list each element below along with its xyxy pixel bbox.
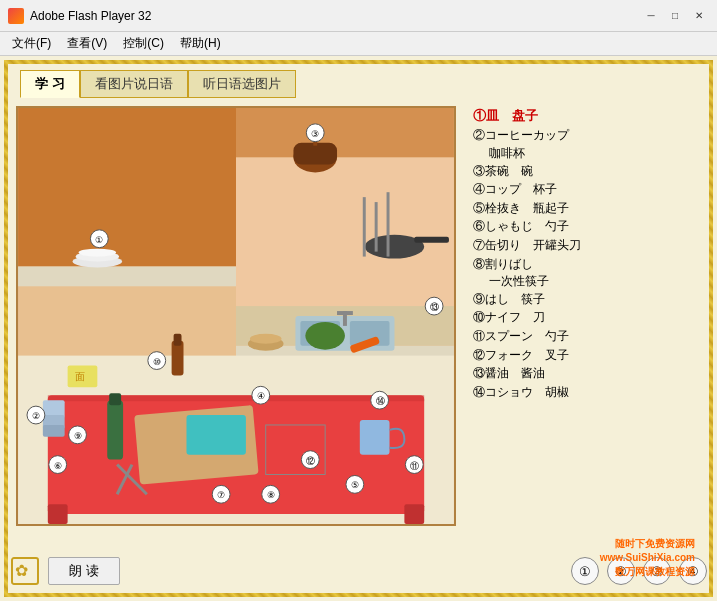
- watermark-line3: 数万网课教程资源: [600, 565, 695, 579]
- vocab-item-4: ④コップ 杯子: [473, 180, 703, 199]
- tabs-area: 学 习 看图片说日语 听日语选图片: [20, 70, 296, 98]
- vocab-text-2: ②コーヒーカップ: [473, 126, 569, 145]
- window-controls: ─ □ ✕: [641, 6, 709, 26]
- svg-rect-45: [109, 393, 121, 405]
- menu-bar: 文件(F) 查看(V) 控制(C) 帮助(H): [0, 32, 717, 56]
- svg-rect-32: [414, 237, 449, 243]
- bottom-bar: ✿ 朗 读 ① ② ③ ④ 随时下免费资源网 www.SuiShiXia.com…: [10, 551, 707, 591]
- vocab-item-12: ⑫フォーク 叉子: [473, 346, 703, 365]
- svg-rect-40: [186, 415, 245, 455]
- vocab-num-1: ①皿 盘子: [473, 106, 538, 126]
- svg-text:③: ③: [311, 129, 319, 139]
- vocab-list: ①皿 盘子 ②コーヒーカップ 咖啡杯 ③茶碗 碗 ④コップ 杯子 ⑤栓抜き 瓶起…: [473, 106, 703, 526]
- svg-text:④: ④: [257, 391, 265, 401]
- svg-rect-1: [18, 108, 236, 266]
- svg-text:⑧: ⑧: [267, 490, 275, 500]
- vocab-sub-8: 一次性筷子: [473, 273, 703, 290]
- svg-text:⑫: ⑫: [306, 456, 315, 466]
- svg-point-20: [79, 249, 117, 257]
- vocab-item-2: ②コーヒーカップ: [473, 126, 703, 145]
- svg-text:⑥: ⑥: [54, 461, 62, 471]
- svg-rect-37: [387, 192, 390, 256]
- vocab-item-5: ⑤栓抜き 瓶起子: [473, 199, 703, 218]
- app-icon: [8, 8, 24, 24]
- svg-rect-16: [48, 395, 424, 401]
- vocab-text-10: ⑩ナイフ 刀: [473, 308, 545, 327]
- vocab-item-1: ①皿 盘子: [473, 106, 703, 126]
- svg-rect-3: [18, 266, 236, 286]
- minimize-button[interactable]: ─: [641, 6, 661, 26]
- svg-point-34: [250, 334, 282, 344]
- num-btn-1[interactable]: ①: [571, 557, 599, 585]
- vocab-text-3: ③茶碗 碗: [473, 162, 533, 181]
- svg-rect-11: [337, 311, 353, 315]
- svg-point-38: [305, 322, 345, 350]
- svg-text:⑦: ⑦: [217, 490, 225, 500]
- scene-area: 面: [16, 106, 456, 526]
- svg-rect-26: [172, 341, 184, 376]
- vocab-item-3: ③茶碗 碗: [473, 162, 703, 181]
- svg-rect-46: [360, 420, 390, 455]
- svg-rect-29: [293, 143, 337, 165]
- svg-text:①: ①: [95, 235, 103, 245]
- vocab-text-13: ⑬醤油 酱油: [473, 364, 545, 383]
- vocab-item-9: ⑨はし 筷子: [473, 290, 703, 309]
- vocab-text-7: ⑦缶切り 开罐头刀: [473, 236, 581, 255]
- svg-text:⑤: ⑤: [351, 480, 359, 490]
- svg-text:⑬: ⑬: [430, 302, 439, 312]
- svg-text:⑨: ⑨: [74, 431, 82, 441]
- svg-text:⑭: ⑭: [376, 396, 385, 406]
- vocab-text-6: ⑥しゃもじ 勺子: [473, 217, 569, 236]
- window-title: Adobe Flash Player 32: [30, 9, 641, 23]
- vocab-item-8: ⑧割りばし: [473, 255, 703, 274]
- svg-rect-23: [43, 425, 65, 437]
- tab-picture-speak[interactable]: 看图片说日语: [80, 70, 188, 98]
- menu-control[interactable]: 控制(C): [115, 33, 172, 54]
- vocab-text-14: ⑭コショウ 胡椒: [473, 383, 569, 402]
- maximize-button[interactable]: □: [665, 6, 685, 26]
- menu-help[interactable]: 帮助(H): [172, 33, 229, 54]
- vocab-sub-2: 咖啡杯: [473, 145, 703, 162]
- svg-text:面: 面: [75, 371, 85, 382]
- svg-text:⑪: ⑪: [410, 461, 419, 471]
- vocab-text-12: ⑫フォーク 叉子: [473, 346, 569, 365]
- watermark-line1: 随时下免费资源网: [600, 537, 695, 551]
- svg-rect-14: [48, 504, 68, 524]
- menu-view[interactable]: 查看(V): [59, 33, 115, 54]
- menu-file[interactable]: 文件(F): [4, 33, 59, 54]
- content-area: 学 习 看图片说日语 听日语选图片: [0, 56, 717, 601]
- tab-listen-select[interactable]: 听日语选图片: [188, 70, 296, 98]
- vocab-item-7: ⑦缶切り 开罐头刀: [473, 236, 703, 255]
- vocab-text-8: ⑧割りばし: [473, 255, 533, 274]
- svg-text:②: ②: [32, 411, 40, 421]
- vocab-item-6: ⑥しゃもじ 勺子: [473, 217, 703, 236]
- read-button[interactable]: 朗 读: [48, 557, 120, 585]
- vocab-item-10: ⑩ナイフ 刀: [473, 308, 703, 327]
- tab-study[interactable]: 学 习: [20, 70, 80, 98]
- svg-text:⑩: ⑩: [153, 357, 161, 367]
- watermark-line2: www.SuiShiXia.com: [600, 551, 695, 565]
- svg-rect-44: [107, 400, 123, 459]
- vocab-text-5: ⑤栓抜き 瓶起子: [473, 199, 569, 218]
- svg-rect-35: [363, 197, 366, 256]
- watermark: 随时下免费资源网 www.SuiShiXia.com 数万网课教程资源: [600, 537, 695, 579]
- vocab-text-4: ④コップ 杯子: [473, 180, 557, 199]
- svg-rect-36: [375, 202, 378, 252]
- vocab-item-11: ⑪スプーン 勺子: [473, 327, 703, 346]
- svg-rect-2: [236, 108, 454, 158]
- svg-rect-15: [404, 504, 424, 524]
- svg-text:✿: ✿: [15, 562, 28, 579]
- vocab-item-14: ⑭コショウ 胡椒: [473, 383, 703, 402]
- vocab-text-11: ⑪スプーン 勺子: [473, 327, 569, 346]
- svg-rect-27: [174, 334, 182, 346]
- title-bar: Adobe Flash Player 32 ─ □ ✕: [0, 0, 717, 32]
- deco-icon-left: ✿: [10, 556, 40, 586]
- vocab-text-9: ⑨はし 筷子: [473, 290, 545, 309]
- close-button[interactable]: ✕: [689, 6, 709, 26]
- vocab-item-13: ⑬醤油 酱油: [473, 364, 703, 383]
